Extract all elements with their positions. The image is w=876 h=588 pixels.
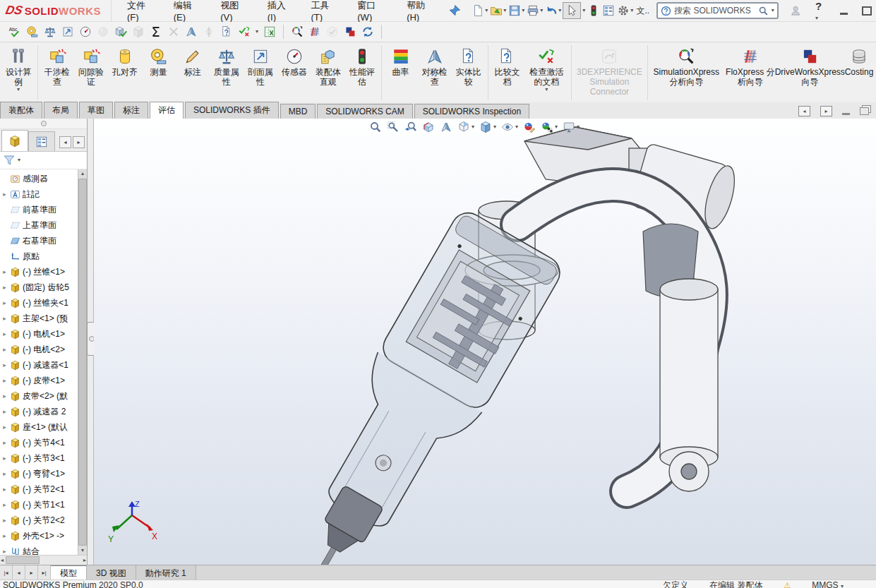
expand-icon[interactable]: ▸ [1,517,8,524]
expand-icon[interactable]: ▸ [1,284,8,291]
ribbon-button-check-active-document[interactable]: 检查激活的文档▾ [524,43,569,93]
previous-view-icon[interactable] [404,121,417,133]
restore-document-icon[interactable] [860,107,869,115]
mass-properties-icon[interactable] [44,25,56,38]
warning-icon[interactable]: ⚠ [784,580,791,588]
help-button[interactable]: ? ▾ [815,0,826,22]
scroll-left-icon[interactable]: ◂ [1,557,4,563]
expand-icon[interactable]: ▸ [1,315,8,322]
user-account-icon[interactable] [790,4,801,17]
select-cursor-button[interactable] [563,2,581,19]
ribbon-button-compare-bodies[interactable]: 实体比较 [452,43,486,88]
expand-icon[interactable]: ▸ [1,330,8,337]
expand-icon[interactable]: ▸ [1,548,8,555]
last-view-icon[interactable]: ▸| [38,565,51,580]
draft-analysis-icon[interactable] [185,25,198,38]
tree-item-component[interactable]: ▸(-) 关节3<1 [0,450,78,466]
menu-window[interactable]: 窗口(W) [357,0,388,23]
expand-icon[interactable]: ▸ [1,299,8,306]
tab-layout[interactable]: 布局 [44,102,78,119]
tree-item-front-plane[interactable]: 前基準面 [0,202,78,217]
tree-item-annotations[interactable]: ▸註記 [0,186,78,202]
flow-layers-icon[interactable] [308,25,321,38]
ribbon-button-markup[interactable]: 标注 [176,43,210,78]
open-button[interactable]: ▾ [489,3,507,18]
display-style-icon[interactable]: ▾ [479,121,496,133]
tree-item-mates[interactable]: ▸結合 [0,544,78,555]
check-entity-icon[interactable] [114,25,127,38]
first-view-icon[interactable]: |◂ [0,565,13,580]
expand-icon[interactable]: ▸ [1,377,8,384]
section-properties-icon[interactable] [61,25,74,38]
next-view-icon[interactable]: ▸ [25,565,38,580]
search-input[interactable]: 搜索 SOLIDWORKS [674,5,755,17]
scroll-up-icon[interactable]: ▴ [81,169,84,178]
panel-tab-scroll-right-icon[interactable]: ▸ [73,136,85,148]
tree-item-component[interactable]: ▸(-) 电机<1> [0,326,78,342]
ribbon-button-clearance-verification[interactable]: 间隙验证 [74,43,108,88]
ribbon-button-driveworksxpress[interactable]: DriveWorksXpress 向导 [778,43,842,88]
scrollbar-thumb[interactable] [6,556,40,564]
tree-horizontal-scrollbar[interactable]: ◂ ▸ [0,555,87,565]
tree-item-component[interactable]: ▸(-) 关节1<1 [0,497,78,512]
expand-icon[interactable]: ▸ [1,470,8,477]
expand-icon[interactable]: ▸ [1,424,8,431]
menu-view[interactable]: 视图(V) [220,0,248,23]
ribbon-button-assembly-visualization[interactable]: 装配体直观 [311,43,345,88]
maximize-button[interactable] [862,6,872,16]
file-properties-button[interactable]: 文.. [636,5,649,17]
tree-item-component[interactable]: ▸(-) 电机<2> [0,342,78,357]
scrollbar-thumb[interactable] [78,179,87,546]
previous-view-icon[interactable]: ◂ [13,565,25,580]
tab-solidworks-cam[interactable]: SOLIDWORKS CAM [317,104,412,119]
circular-reference-icon[interactable] [361,25,374,38]
tab-mbd[interactable]: MBD [280,104,316,119]
tree-item-component[interactable]: ▸皮带<2> (默 [0,388,78,404]
tree-item-sensors[interactable]: 感測器 [0,171,78,186]
section-view-icon[interactable] [422,121,435,133]
tree-item-component[interactable]: ▸(-) 关节4<1 [0,435,78,450]
tree-item-component[interactable]: ▸(-) 丝锥夹<1 [0,295,78,311]
expand-icon[interactable]: ▸ [1,268,8,275]
import-diagnostics-icon[interactable] [220,25,233,38]
ribbon-button-symmetry-check[interactable]: 对称检查 [418,43,452,88]
search-icon[interactable] [758,6,769,16]
tab-solidworks-inspection[interactable]: SOLIDWORKS Inspection [414,104,529,119]
equations-icon[interactable] [150,25,162,38]
menu-edit[interactable]: 编辑(E) [174,0,202,23]
tree-item-component[interactable]: ▸(-) 关节2<2 [0,512,78,528]
view-orientation-icon[interactable]: ▾ [457,121,474,133]
annotation-views-icon[interactable] [440,121,452,133]
ribbon-button-design-study[interactable]: 设计算例 ▾ [1,43,35,93]
tree-item-component[interactable]: ▸(-) 丝锥<1> [0,264,78,280]
driveworks-icon[interactable] [344,25,356,38]
ribbon-button-sensor[interactable]: 传感器 [277,43,311,78]
view-settings-icon[interactable]: ▾ [563,121,580,133]
interference-lights-icon[interactable] [587,3,601,18]
tab-annotation[interactable]: 标注 [114,102,148,119]
excel-bom-icon[interactable] [263,25,276,38]
ribbon-button-costing[interactable]: Costing [842,43,876,78]
tree-item-origin[interactable]: 原點 [0,248,78,264]
expand-icon[interactable]: ▸ [1,392,8,400]
ribbon-button-hole-alignment[interactable]: 孔对齐 [108,43,142,78]
tree-item-component[interactable]: ▸(-) 关节2<1 [0,481,78,497]
scroll-down-icon[interactable]: ▾ [81,546,84,555]
expand-icon[interactable]: ▸ [1,408,8,415]
tree-item-component[interactable]: ▸座<1> (默认 [0,419,78,435]
minimize-button[interactable] [840,13,848,15]
tab-motion-study[interactable]: 動作研究 1 [136,565,196,580]
print-button[interactable]: ▾ [526,3,544,18]
tree-item-component[interactable]: ▸(-) 减速器<1 [0,357,78,373]
graphics-area[interactable]: ▾ ▾ ▾ ▾ ▾ [94,119,876,565]
menu-insert[interactable]: 插入(I) [268,0,293,23]
tree-item-component[interactable]: ▸主架<1> (预 [0,311,78,326]
panel-tab-scroll-left-icon[interactable]: ◂ [59,136,71,148]
units-selector[interactable]: MMGS ▾ [812,580,844,588]
panel-splitter[interactable] [88,119,94,565]
tab-model[interactable]: 模型 [51,565,87,580]
minimize-document-icon[interactable] [842,113,850,115]
scroll-right-icon[interactable]: ▸ [83,557,86,563]
zoom-to-fit-icon[interactable] [369,121,382,133]
model-tapping-machine-assembly[interactable] [94,119,876,565]
